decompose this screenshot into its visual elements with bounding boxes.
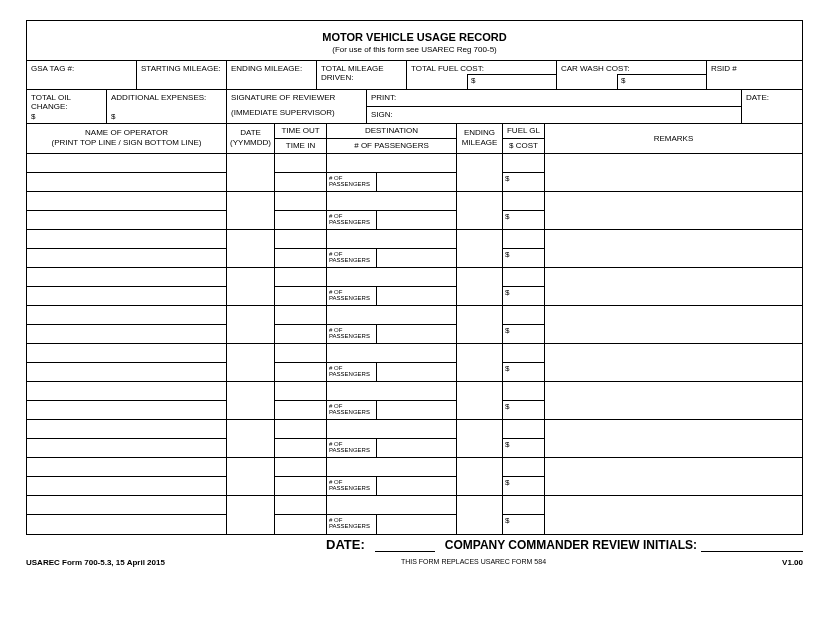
operator-name-cell[interactable] [27,496,227,534]
commander-initials-label: COMPANY COMMANDER REVIEW INITIALS: [445,538,697,552]
time-cell[interactable] [275,496,327,534]
log-date-cell[interactable] [227,458,275,495]
ending-mileage-cell[interactable] [457,382,503,419]
time-cell[interactable] [275,154,327,191]
ending-mileage-cell[interactable] [457,268,503,305]
log-date-cell[interactable] [227,420,275,457]
destination-cell[interactable]: # OF PASSENGERS [327,192,457,229]
fuel-cell[interactable]: $ [503,420,545,457]
log-date-label1: DATE [229,128,272,138]
destination-cell[interactable]: # OF PASSENGERS [327,458,457,495]
operator-name-cell[interactable] [27,458,227,495]
log-date-cell[interactable] [227,382,275,419]
footer-date-input[interactable] [375,551,435,552]
ending-mileage-cell[interactable] [457,458,503,495]
time-cell[interactable] [275,192,327,229]
remarks-cell[interactable] [545,230,802,267]
operator-name-cell[interactable] [27,306,227,343]
log-date-cell[interactable] [227,268,275,305]
time-cell[interactable] [275,230,327,267]
fuel-header: FUEL GL $ COST [503,124,545,153]
print-field[interactable]: PRINT: [367,90,741,107]
remarks-cell[interactable] [545,420,802,457]
operator-name-cell[interactable] [27,154,227,191]
destination-cell[interactable]: # OF PASSENGERS [327,496,457,534]
log-date-cell[interactable] [227,230,275,267]
fuel-cell[interactable]: $ [503,306,545,343]
remarks-cell[interactable] [545,306,802,343]
operator-name-cell[interactable] [27,382,227,419]
log-date-cell[interactable] [227,154,275,191]
ending-mileage-cell[interactable] [457,344,503,381]
ending-mileage-cell[interactable] [457,306,503,343]
ending-mileage-cell[interactable] [457,230,503,267]
fuel-cell[interactable]: $ [503,154,545,191]
fuel-cell[interactable]: $ [503,230,545,267]
operator-name-label1: NAME OF OPERATOR [29,128,224,138]
fuel-dollar: $ [503,249,544,267]
signature-reviewer-field[interactable]: SIGNATURE OF REVIEWER (IMMEDIATE SUPERVI… [227,90,367,123]
rsid-field[interactable]: RSID # [707,61,802,89]
total-fuel-cost-field[interactable]: TOTAL FUEL COST: $ [407,61,557,89]
ending-mileage-cell[interactable] [457,420,503,457]
remarks-cell[interactable] [545,496,802,534]
ending-mileage-cell[interactable] [457,154,503,191]
destination-header: DESTINATION # OF PASSENGERS [327,124,457,153]
ending-mileage-cell[interactable] [457,192,503,229]
remarks-cell[interactable] [545,458,802,495]
destination-cell[interactable]: # OF PASSENGERS [327,382,457,419]
fuel-cell[interactable]: $ [503,382,545,419]
total-oil-change-field[interactable]: TOTAL OIL CHANGE: $ [27,90,107,123]
fuel-cell[interactable]: $ [503,496,545,534]
log-row: # OF PASSENGERS$ [27,458,802,496]
fuel-cell[interactable]: $ [503,458,545,495]
destination-cell[interactable]: # OF PASSENGERS [327,230,457,267]
log-date-cell[interactable] [227,344,275,381]
destination-cell[interactable]: # OF PASSENGERS [327,268,457,305]
destination-cell[interactable]: # OF PASSENGERS [327,306,457,343]
log-date-cell[interactable] [227,192,275,229]
time-cell[interactable] [275,268,327,305]
dollar-sign: $ [471,76,475,85]
time-cell[interactable] [275,344,327,381]
operator-name-cell[interactable] [27,230,227,267]
remarks-cell[interactable] [545,382,802,419]
fuel-cell[interactable]: $ [503,268,545,305]
fuel-cell[interactable]: $ [503,344,545,381]
time-cell[interactable] [275,382,327,419]
additional-expenses-field[interactable]: ADDITIONAL EXPENSES: $ [107,90,227,123]
destination-cell[interactable]: # OF PASSENGERS [327,154,457,191]
remarks-label: REMARKS [654,134,694,143]
operator-name-cell[interactable] [27,344,227,381]
operator-name-cell[interactable] [27,268,227,305]
total-mileage-field[interactable]: TOTAL MILEAGE DRIVEN: [317,61,407,89]
ending-mileage-field[interactable]: ENDING MILEAGE: [227,61,317,89]
car-wash-cost-field[interactable]: CAR WASH COST: $ [557,61,707,89]
destination-cell[interactable]: # OF PASSENGERS [327,420,457,457]
passengers-mini-label: # OF PASSENGERS [327,515,377,534]
gsa-tag-field[interactable]: GSA TAG #: [27,61,137,89]
remarks-cell[interactable] [545,192,802,229]
log-row: # OF PASSENGERS$ [27,268,802,306]
time-cell[interactable] [275,420,327,457]
time-cell[interactable] [275,458,327,495]
operator-name-header: NAME OF OPERATOR (PRINT TOP LINE / SIGN … [27,124,227,153]
operator-name-cell[interactable] [27,192,227,229]
car-wash-value[interactable]: $ [617,74,706,89]
destination-cell[interactable]: # OF PASSENGERS [327,344,457,381]
starting-mileage-field[interactable]: STARTING MILEAGE: [137,61,227,89]
fuel-cell[interactable]: $ [503,192,545,229]
remarks-cell[interactable] [545,154,802,191]
log-date-cell[interactable] [227,306,275,343]
ending-mileage-cell[interactable] [457,496,503,534]
mileage-label: MILEAGE [459,138,500,148]
commander-initials-input[interactable] [701,551,803,552]
reviewer-date-field[interactable]: DATE: [742,90,802,123]
time-cell[interactable] [275,306,327,343]
fuel-cost-value[interactable]: $ [467,74,556,89]
remarks-cell[interactable] [545,268,802,305]
log-date-cell[interactable] [227,496,275,534]
sign-field[interactable]: SIGN: [367,107,741,123]
remarks-cell[interactable] [545,344,802,381]
operator-name-cell[interactable] [27,420,227,457]
